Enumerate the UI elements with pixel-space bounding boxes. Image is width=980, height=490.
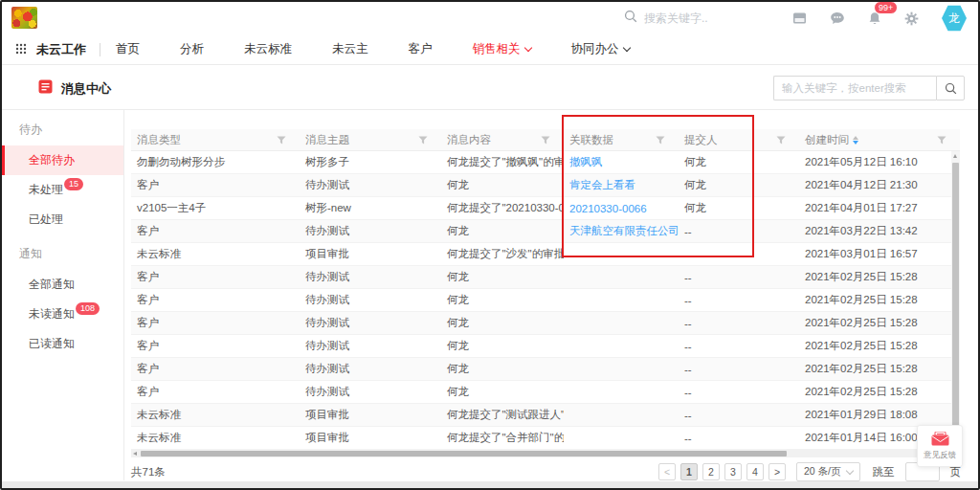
avatar[interactable]: 龙 — [942, 5, 967, 32]
related-data-link[interactable]: 肯定会上看看 — [569, 179, 635, 190]
table-row[interactable]: 未云标准项目审批何龙提交了"沙发"的审批申请...--2021年03月01日 1… — [131, 243, 960, 266]
nav-item[interactable]: 协同办公 — [571, 41, 630, 57]
chevron-down-icon — [622, 44, 630, 52]
workspace-title[interactable]: 未云工作 — [36, 41, 86, 58]
table-row[interactable]: 客户待办测试何龙肯定会上看看何龙2021年04月12日 21:30 — [131, 174, 960, 197]
sidebar-item[interactable]: 全部通知 — [2, 270, 123, 300]
sidebar-group-label: 待办 — [2, 110, 123, 145]
table-cell: 客户 — [131, 339, 300, 353]
cell-text: 2021年02月25日 15:28 — [805, 363, 918, 374]
table-cell: 客户 — [131, 293, 300, 307]
table-cell: 未云标准 — [131, 247, 300, 261]
related-data-link[interactable]: 撤飒飒 — [569, 156, 603, 167]
global-search-input[interactable] — [644, 11, 797, 25]
page-button[interactable]: 2 — [702, 463, 720, 480]
table-cell: 何龙 — [679, 178, 799, 192]
table-cell: 何龙提交了"测试跟进人"的审... — [441, 408, 564, 422]
filter-icon[interactable] — [656, 136, 665, 145]
cell-text: -- — [684, 364, 692, 375]
cell-text: 2021年04月12日 21:30 — [805, 179, 918, 190]
filter-icon[interactable] — [277, 136, 286, 145]
table-row[interactable]: 客户待办测试何龙--2021年02月25日 15:28 — [131, 335, 960, 358]
filter-icon[interactable] — [418, 136, 428, 145]
nav-item[interactable]: 销售相关 — [473, 41, 531, 57]
app-window: 99+ 龙 未云工作 首页分析未云标准未云主客户销售相关协同办公 消息中心 — [0, 0, 980, 490]
table-row[interactable]: v2105一主4子树形-new何龙提交了"20210330-0066"...20… — [131, 197, 960, 220]
table-row[interactable]: 客户待办测试何龙--2021年02月25日 15:28 — [131, 289, 960, 312]
sidebar-item[interactable]: 未处理15 — [2, 175, 123, 205]
table-cell: 待办测试 — [300, 178, 441, 192]
sidebar-item[interactable]: 未读通知108 — [2, 300, 123, 329]
nav-item[interactable]: 客户 — [409, 41, 433, 57]
keyword-search — [773, 76, 965, 100]
table-header-cell[interactable]: 消息主题 — [300, 129, 441, 150]
sort-icon[interactable] — [853, 136, 858, 145]
prev-page-button[interactable]: < — [658, 463, 676, 480]
sidebar-item[interactable]: 已处理 — [2, 205, 123, 234]
sidebar-item-label: 未处理 — [29, 183, 63, 196]
table-header-cell[interactable]: 消息内容 — [441, 129, 564, 150]
feedback-button[interactable]: 意见反馈 — [917, 425, 963, 467]
cell-text: 待办测试 — [305, 317, 349, 328]
table-row[interactable]: 未云标准项目审批何龙提交了"合并部门"的审批...--2021年01月14日 1… — [131, 427, 960, 450]
page-size-select[interactable]: 20 条/页 — [796, 462, 860, 481]
sidebar-item[interactable]: 已读通知 — [2, 329, 123, 359]
nav-item[interactable]: 首页 — [116, 41, 140, 57]
notebook-icon[interactable] — [792, 11, 807, 25]
related-data-link[interactable]: 天津航空有限责任公司 — [569, 225, 679, 236]
table-row[interactable]: 客户待办测试何龙--2021年02月25日 15:28 — [131, 358, 960, 381]
table-cell: 待办测试 — [300, 293, 441, 307]
filter-icon[interactable] — [776, 136, 786, 145]
bell-icon[interactable]: 99+ — [868, 11, 881, 26]
column-label: 消息主题 — [305, 133, 349, 147]
feedback-label: 意见反馈 — [924, 450, 956, 461]
apps-grid-icon[interactable] — [15, 41, 27, 58]
table-row[interactable]: 客户待办测试何龙--2021年02月25日 15:28 — [131, 312, 960, 335]
page-button[interactable]: 4 — [746, 463, 764, 480]
sidebar-item[interactable]: 全部待办 — [2, 145, 123, 175]
table-cell: 2021年02月25日 15:28 — [799, 339, 960, 353]
nav-item[interactable]: 未云主 — [332, 41, 368, 57]
table-row[interactable]: 客户待办测试何龙天津航空有限责任公司--2021年03月22日 13:42 — [131, 220, 960, 243]
page-button[interactable]: 3 — [724, 463, 742, 480]
total-count: 共71条 — [131, 465, 166, 479]
company-logo[interactable] — [11, 7, 37, 29]
table-cell: -- — [679, 433, 799, 444]
horizontal-scrollbar[interactable] — [131, 450, 960, 457]
message-table: 消息类型消息主题消息内容关联数据提交人创建时间 勿删勿动树形分步树形多子何龙提交… — [131, 129, 960, 457]
nav-item[interactable]: 分析 — [180, 41, 204, 57]
page-button[interactable]: 1 — [680, 463, 698, 480]
chat-icon[interactable] — [830, 11, 845, 25]
chevron-down-icon — [523, 44, 531, 52]
cell-text: 2021年04月01日 17:27 — [805, 202, 918, 213]
filter-icon[interactable] — [937, 136, 947, 145]
table-row[interactable]: 勿删勿动树形分步树形多子何龙提交了"撤飒飒"的审批申...撤飒飒何龙2021年0… — [131, 151, 960, 174]
cell-text: 树形多子 — [305, 156, 349, 167]
cell-text: 何龙 — [447, 179, 469, 190]
message-center-icon — [38, 79, 53, 98]
table-header-cell[interactable]: 提交人 — [679, 129, 799, 150]
next-page-button[interactable]: > — [768, 463, 786, 480]
nav-item[interactable]: 未云标准 — [244, 41, 292, 57]
search-button[interactable] — [936, 76, 965, 100]
scroll-up-arrow[interactable] — [953, 154, 957, 158]
gear-icon[interactable] — [904, 11, 919, 26]
table-cell: 何龙提交了"撤飒飒"的审批申... — [441, 155, 564, 169]
vertical-scrollbar[interactable] — [951, 151, 960, 450]
keyword-search-input[interactable] — [773, 76, 936, 100]
filter-icon[interactable] — [541, 136, 550, 145]
cell-text: 何龙 — [447, 363, 469, 374]
table-cell: 2021年01月29日 18:08 — [799, 408, 960, 422]
table-header-cell[interactable]: 关联数据 — [564, 129, 679, 150]
scroll-left-arrow[interactable] — [133, 452, 137, 456]
table-row[interactable]: 未云标准项目审批何龙提交了"测试跟进人"的审...--2021年01月29日 1… — [131, 404, 960, 427]
scroll-thumb[interactable] — [952, 163, 959, 438]
table-header-cell[interactable]: 创建时间 — [799, 129, 960, 150]
table-row[interactable]: 客户待办测试何龙--2021年02月25日 15:28 — [131, 266, 960, 289]
scroll-thumb[interactable] — [141, 451, 787, 457]
table-cell: 2021年03月01日 16:57 — [799, 247, 960, 261]
table-header-cell[interactable]: 消息类型 — [131, 129, 300, 150]
related-data-link[interactable]: 20210330-0066 — [569, 203, 647, 214]
table-row[interactable]: 客户待办测试何龙--2021年02月25日 15:28 — [131, 381, 960, 404]
table-cell: 何龙提交了"20210330-0066"... — [441, 201, 564, 215]
